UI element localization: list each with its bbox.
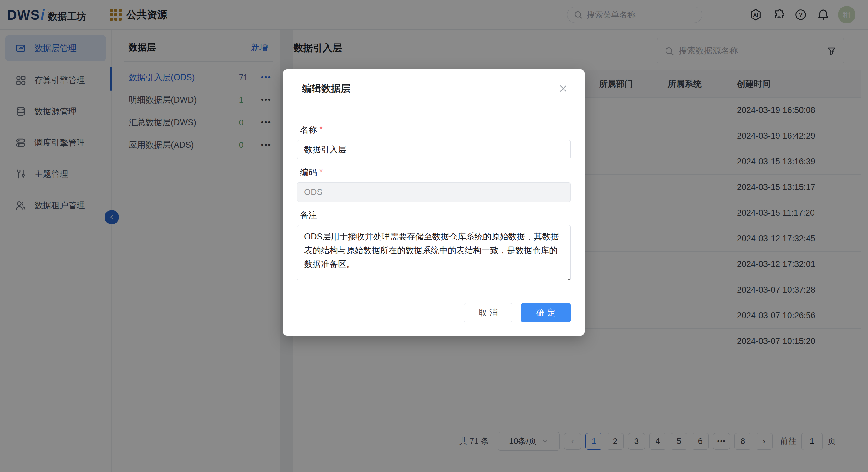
remark-field-label: 备注 [300, 209, 571, 221]
dialog-body: 名称 * 编码 * 备注 ODS层用于接收并处理需要存储至数据仓库系统的原始数据… [283, 108, 585, 290]
cancel-button[interactable]: 取 消 [464, 303, 512, 322]
edit-layer-dialog: 编辑数据层 名称 * 编码 * 备注 ODS层用于接收并处理需要存储至数据仓库系… [283, 69, 585, 335]
label-text: 编码 [300, 167, 317, 178]
remark-textarea[interactable]: ODS层用于接收并处理需要存储至数据仓库系统的原始数据，其数据表的结构与原始数据… [297, 225, 571, 281]
dialog-footer: 取 消 确 定 [283, 290, 585, 335]
close-icon[interactable] [558, 84, 568, 94]
required-mark: * [319, 167, 322, 176]
dialog-title: 编辑数据层 [302, 82, 350, 95]
code-field-label: 编码 * [300, 167, 571, 178]
label-text: 备注 [300, 209, 317, 221]
app-window: DWS i 数据工坊 公共资源 AI [0, 0, 868, 472]
code-input [297, 182, 571, 202]
dialog-header: 编辑数据层 [283, 69, 585, 108]
name-field-label: 名称 * [300, 124, 571, 136]
label-text: 名称 [300, 124, 317, 136]
required-mark: * [319, 124, 322, 134]
name-input[interactable] [297, 140, 571, 159]
confirm-button[interactable]: 确 定 [521, 303, 571, 322]
